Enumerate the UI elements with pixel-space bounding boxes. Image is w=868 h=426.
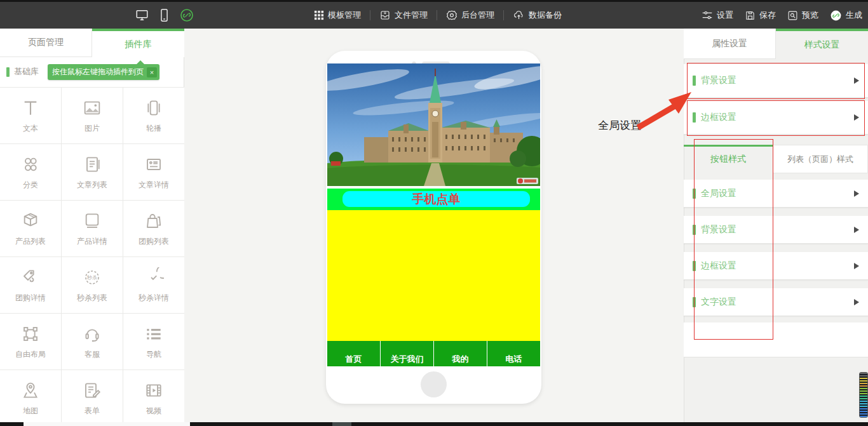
plugin-label: 产品列表: [15, 236, 46, 247]
gear-icon: [446, 10, 458, 21]
preview-magnifier-icon: [787, 10, 798, 21]
accordion-label: 背景设置: [701, 75, 854, 86]
accordion-label: 边框设置: [701, 112, 854, 123]
plugin-article-detail[interactable]: 文章详情: [123, 144, 184, 200]
accordion-background-settings[interactable]: 背景设置: [684, 64, 868, 98]
accordion-button-text[interactable]: 文字设置: [684, 288, 868, 316]
accordion-global-settings[interactable]: 全局设置: [684, 180, 868, 208]
subtab-button-style[interactable]: 按钮样式: [684, 147, 773, 172]
save-button[interactable]: 保存: [745, 10, 776, 21]
plugin-video[interactable]: 视频: [123, 370, 184, 426]
menu-label: 模板管理: [328, 10, 361, 21]
plugin-flashsale-detail[interactable]: 秒杀详情: [123, 257, 184, 313]
tab-plugin-library[interactable]: 插件库: [92, 29, 184, 57]
mobile-preview-icon[interactable]: [159, 8, 169, 22]
text-icon: [20, 98, 41, 118]
article-detail-icon: [144, 154, 164, 175]
menu-file-manage[interactable]: 文件管理: [379, 10, 428, 21]
page-builder-app: 模板管理 文件管理 后台管理 数据备份: [0, 0, 868, 426]
plugin-carousel[interactable]: 轮播: [123, 88, 184, 143]
accordion-button-border[interactable]: 边框设置: [684, 252, 868, 280]
topbar-actions: 设置 保存 预览 生成: [702, 2, 862, 29]
preview-button[interactable]: 预览: [787, 10, 818, 21]
horizontal-scrollbar[interactable]: [0, 422, 868, 426]
floppy-icon: [745, 10, 756, 21]
plugin-label: 表单: [85, 406, 100, 416]
plugin-label: 地图: [23, 406, 38, 416]
section-marker: [693, 76, 696, 86]
accordion-label: 全局设置: [701, 188, 854, 199]
link-mode-icon[interactable]: [179, 8, 194, 23]
nav-item-phone[interactable]: 电话: [487, 341, 540, 366]
action-label: 生成: [846, 10, 862, 21]
plugin-flashsale-list[interactable]: 秒杀 秒杀列表: [62, 257, 123, 313]
form-icon: [82, 380, 102, 401]
plugin-label: 自由布局: [15, 349, 46, 360]
scrollbar-thumb[interactable]: [24, 422, 190, 426]
subtab-active-indicator: [684, 145, 773, 147]
plugin-map[interactable]: 地图: [0, 370, 61, 426]
phone-screen: 手机点单 首页 关于我们 我的 电话: [327, 63, 540, 366]
free-layout-icon: [20, 324, 41, 344]
accordion-button-background[interactable]: 背景设置: [684, 216, 868, 244]
plugin-product-detail[interactable]: 产品详情: [62, 201, 123, 256]
plugin-navigation[interactable]: 导航: [123, 314, 184, 369]
chevron-right-icon: [854, 263, 859, 269]
carousel-icon: [144, 98, 164, 118]
accordion-label: 背景设置: [701, 224, 854, 236]
tab-property-settings[interactable]: 属性设置: [684, 29, 776, 59]
plugin-groupbuy-detail[interactable]: 团购详情: [0, 257, 61, 313]
plugin-groupbuy-list[interactable]: 团购列表: [123, 201, 184, 256]
generate-button[interactable]: 生成: [830, 10, 862, 22]
plugin-article-list[interactable]: 文章列表: [62, 144, 123, 200]
hero-image[interactable]: [327, 63, 540, 186]
chevron-right-icon: [854, 114, 859, 121]
plugin-product-list[interactable]: 产品列表: [0, 201, 61, 256]
nav-item-home[interactable]: 首页: [327, 341, 381, 366]
video-icon: [144, 380, 164, 401]
cloud-upload-icon: [513, 10, 525, 21]
plugin-free-layout[interactable]: 自由布局: [0, 314, 61, 369]
subtab-list-page-style[interactable]: 列表（页面）样式: [773, 145, 868, 173]
plugin-label: 秒杀列表: [77, 293, 107, 303]
plugin-form[interactable]: 表单: [62, 370, 123, 426]
flashsale-detail-icon: [144, 267, 164, 288]
accordion-label: 文字设置: [701, 296, 854, 308]
plugin-text[interactable]: 文本: [0, 88, 61, 143]
corner-level-widget[interactable]: [859, 372, 868, 418]
settings-panel-empty-section: [684, 323, 868, 357]
plugin-label: 分类: [23, 180, 38, 190]
plugin-label: 图片: [85, 123, 100, 134]
plugin-label: 产品详情: [77, 236, 107, 247]
desktop-preview-icon[interactable]: [135, 8, 149, 22]
plugin-sidebar: 页面管理 插件库 基础库 按住鼠标左键拖动插件到页 × 文本 图片 轮播: [0, 29, 184, 426]
order-button[interactable]: 手机点单: [342, 191, 530, 207]
category-icon: [20, 154, 41, 175]
plugin-label: 文本: [23, 123, 38, 134]
divider: [370, 10, 370, 20]
tab-style-settings[interactable]: 样式设置: [776, 29, 868, 59]
nav-item-mine[interactable]: 我的: [434, 341, 487, 366]
tab-page-manage[interactable]: 页面管理: [0, 29, 92, 57]
accordion-border-settings[interactable]: 边框设置: [684, 101, 868, 135]
menu-data-backup[interactable]: 数据备份: [513, 10, 562, 21]
plugin-label: 视频: [146, 406, 161, 416]
divider: [437, 10, 437, 20]
settings-button[interactable]: 设置: [702, 10, 733, 21]
action-label: 保存: [759, 10, 776, 21]
nav-item-about[interactable]: 关于我们: [381, 341, 434, 366]
product-list-icon: [20, 211, 41, 231]
plugin-label: 团购列表: [139, 236, 169, 247]
plugin-label: 轮播: [146, 123, 161, 134]
plugin-customer-service[interactable]: 客服: [62, 314, 123, 369]
phone-home-button: [421, 371, 447, 397]
menu-backend-manage[interactable]: 后台管理: [446, 10, 494, 21]
tooltip-close-icon[interactable]: ×: [147, 67, 157, 77]
plugin-category[interactable]: 分类: [0, 144, 61, 200]
plugin-image[interactable]: 图片: [62, 88, 123, 143]
menu-template-manage[interactable]: 模板管理: [314, 10, 361, 21]
section-marker: [693, 112, 696, 123]
content-block-yellow[interactable]: [327, 210, 540, 341]
accordion-label: 边框设置: [701, 260, 854, 272]
image-icon: [82, 98, 102, 118]
